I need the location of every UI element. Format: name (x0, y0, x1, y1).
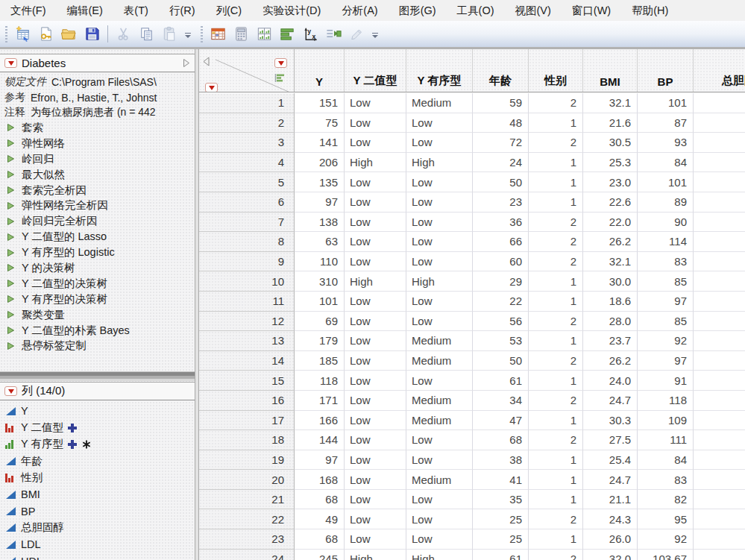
data-cell[interactable]: 2 (529, 252, 583, 272)
data-cell[interactable]: 97 (295, 450, 345, 471)
data-cell[interactable]: Low (345, 93, 406, 113)
data-cell[interactable]: 26.0 (583, 529, 638, 550)
script-item[interactable]: 岭回归完全析因 (0, 213, 195, 229)
row-number[interactable]: 3 (199, 133, 295, 153)
fit-y-by-x-button[interactable]: yx (299, 24, 322, 45)
data-cell[interactable]: 84 (638, 450, 694, 471)
data-cell[interactable]: 1 (529, 331, 583, 351)
row-number[interactable]: 18 (199, 430, 295, 450)
data-cell[interactable]: Low (406, 450, 473, 471)
data-cell[interactable]: 29 (473, 271, 529, 292)
data-cell[interactable]: 68 (473, 430, 529, 450)
data-cell[interactable]: Low (406, 213, 473, 233)
data-cell[interactable]: 97 (295, 192, 345, 213)
data-cell[interactable]: Medium (406, 351, 473, 371)
menu-edit[interactable]: 编辑(E) (57, 1, 113, 21)
data-cell[interactable] (694, 411, 745, 431)
rows-menu-icon[interactable] (205, 83, 218, 92)
row-number[interactable]: 5 (199, 172, 295, 192)
data-cell[interactable]: 118 (638, 391, 694, 411)
data-cell[interactable]: 101 (295, 292, 345, 312)
script-item[interactable]: 弹性网络 (0, 136, 195, 151)
script-item[interactable]: Y 有序型的决策树 (0, 292, 195, 307)
columns-menu-icon[interactable] (274, 58, 287, 68)
data-cell[interactable]: 92 (638, 331, 694, 351)
data-cell[interactable]: Low (345, 133, 406, 153)
data-cell[interactable]: Low (345, 172, 406, 192)
data-cell[interactable]: 135 (295, 172, 345, 192)
row-number[interactable]: 24 (199, 550, 295, 560)
data-cell[interactable]: 24.0 (583, 371, 638, 391)
data-cell[interactable]: 138 (295, 213, 345, 233)
data-cell[interactable]: 83 (638, 252, 694, 272)
script-item[interactable]: Y 二值型的决策树 (0, 276, 195, 292)
data-cell[interactable]: 2 (529, 213, 583, 233)
data-cell[interactable]: 1 (529, 371, 583, 391)
data-cell[interactable]: 22 (473, 292, 529, 312)
script-run-icon[interactable] (7, 342, 15, 350)
red-triangle-icon[interactable] (4, 58, 17, 68)
data-cell[interactable]: Low (406, 113, 473, 133)
row-number[interactable]: 9 (199, 252, 295, 272)
data-cell[interactable]: 1 (529, 411, 583, 431)
script-run-icon[interactable] (7, 295, 15, 303)
data-cell[interactable]: 49 (295, 509, 345, 529)
column-header-性别[interactable]: 性别 (529, 49, 583, 92)
column-header-Y[interactable]: Y (295, 49, 345, 92)
row-number[interactable]: 13 (199, 331, 295, 351)
data-cell[interactable] (694, 232, 745, 252)
data-cell[interactable]: 32.1 (583, 93, 638, 113)
data-cell[interactable]: 1 (529, 490, 583, 510)
data-cell[interactable]: 1 (529, 450, 583, 471)
data-cell[interactable]: 32.1 (583, 252, 638, 272)
data-cell[interactable]: 35 (473, 490, 529, 510)
data-cell[interactable]: 89 (638, 192, 694, 213)
join-tables-button[interactable] (322, 24, 345, 45)
row-number[interactable]: 1 (199, 93, 295, 113)
row-number[interactable]: 20 (199, 470, 295, 490)
data-cell[interactable]: 1 (529, 292, 583, 312)
data-cell[interactable]: 1 (529, 470, 583, 490)
script-item[interactable]: 悬停标签定制 (0, 338, 195, 353)
data-cell[interactable]: 61 (473, 371, 529, 391)
data-cell[interactable]: 72 (473, 133, 529, 153)
script-item[interactable]: 弹性网络完全析因 (0, 198, 195, 213)
script-run-icon[interactable] (7, 217, 15, 226)
row-number[interactable]: 17 (199, 411, 295, 431)
data-cell[interactable]: 2 (529, 509, 583, 529)
data-cell[interactable] (694, 470, 745, 490)
data-cell[interactable]: Low (406, 133, 473, 153)
script-run-icon[interactable] (7, 139, 15, 148)
toolbar-overflow-icon[interactable] (371, 31, 380, 44)
data-cell[interactable]: 50 (473, 172, 529, 192)
data-cell[interactable] (694, 172, 745, 192)
data-cell[interactable]: Low (406, 430, 473, 450)
data-cell[interactable]: 26.2 (583, 351, 638, 371)
data-cell[interactable]: 18.6 (583, 292, 638, 312)
save-button[interactable] (81, 24, 104, 45)
column-header-Y 有序型[interactable]: Y 有序型 (406, 49, 473, 92)
data-cell[interactable]: 66 (473, 232, 529, 252)
column-header-BP[interactable]: BP (638, 49, 694, 92)
data-cell[interactable]: Low (345, 470, 406, 490)
data-cell[interactable]: Low (345, 312, 406, 332)
data-cell[interactable]: High (406, 271, 473, 292)
menu-help[interactable]: 帮助(H) (621, 1, 679, 21)
data-cell[interactable]: 68 (295, 529, 345, 550)
data-cell[interactable]: Low (406, 371, 473, 391)
script-item[interactable]: 聚类变量 (0, 307, 195, 323)
row-number[interactable]: 23 (199, 529, 295, 550)
data-cell[interactable]: 1 (529, 153, 583, 173)
data-cell[interactable]: 97 (638, 292, 694, 312)
data-cell[interactable]: 25.4 (583, 450, 638, 471)
data-cell[interactable]: Low (406, 252, 473, 272)
red-triangle-icon[interactable] (4, 386, 17, 396)
data-cell[interactable]: Low (406, 232, 473, 252)
data-cell[interactable]: 168 (295, 470, 345, 490)
data-cell[interactable]: 23.0 (583, 172, 638, 192)
column-item[interactable]: BMI (0, 486, 195, 503)
data-cell[interactable]: Low (345, 192, 406, 213)
script-item[interactable]: 套索完全析因 (0, 183, 195, 198)
open-database-button[interactable] (34, 24, 57, 45)
data-cell[interactable]: 22.6 (583, 192, 638, 213)
